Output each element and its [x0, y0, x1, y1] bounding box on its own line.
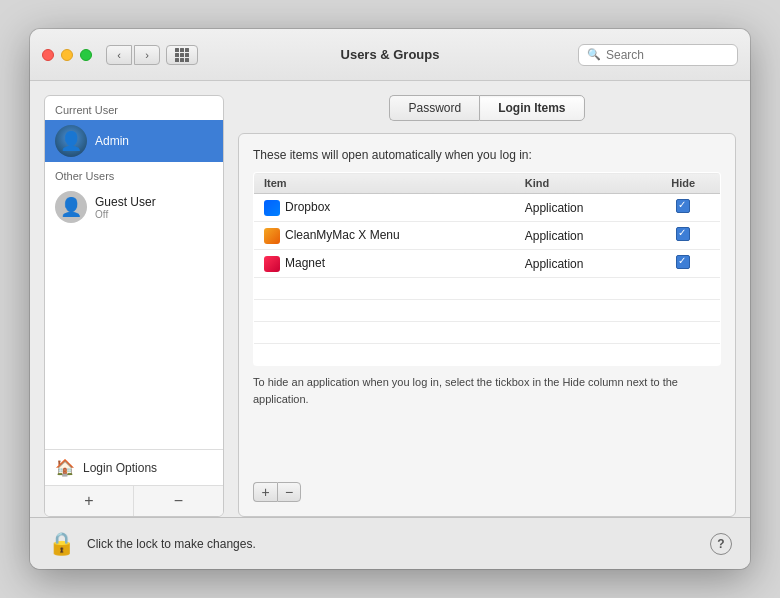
sidebar: Current User Admin Other Users Guest Use… — [44, 95, 224, 517]
tab-row: Password Login Items — [238, 95, 736, 121]
current-user-label: Current User — [45, 96, 223, 120]
add-user-button[interactable]: + — [45, 486, 134, 516]
maximize-button[interactable] — [80, 49, 92, 61]
table-row[interactable]: Dropbox Application — [254, 194, 721, 222]
add-item-button[interactable]: + — [253, 482, 277, 502]
col-kind-header: Kind — [515, 173, 647, 194]
title-bar: ‹ › Users & Groups 🔍 — [30, 29, 750, 81]
login-items-table: Item Kind Hide Dropbox Application — [253, 172, 721, 366]
item-kind-dropbox: Application — [515, 194, 647, 222]
empty-row-2 — [254, 300, 721, 322]
hide-checkbox-dropbox[interactable] — [676, 199, 690, 213]
tab-password[interactable]: Password — [389, 95, 479, 121]
panel-box: These items will open automatically when… — [238, 133, 736, 517]
nav-buttons: ‹ › — [106, 45, 160, 65]
item-name-cleanmymac: CleanMyMac X Menu — [254, 222, 515, 250]
guest-avatar — [55, 191, 87, 223]
login-options-button[interactable]: 🏠 Login Options — [45, 449, 223, 485]
main-content: Current User Admin Other Users Guest Use… — [30, 81, 750, 517]
col-hide-header: Hide — [646, 173, 720, 194]
other-users-label: Other Users — [45, 162, 223, 186]
add-remove-row: + − — [253, 482, 721, 502]
admin-user-name: Admin — [95, 134, 129, 148]
bottom-bar: 🔒 Click the lock to make changes. ? — [30, 517, 750, 569]
minimize-button[interactable] — [61, 49, 73, 61]
empty-row-1 — [254, 278, 721, 300]
item-hide-magnet[interactable] — [646, 250, 720, 278]
footer-note: To hide an application when you log in, … — [253, 374, 721, 407]
col-item-header: Item — [254, 173, 515, 194]
magnet-icon — [264, 256, 280, 272]
forward-button[interactable]: › — [134, 45, 160, 65]
hide-checkbox-magnet[interactable] — [676, 255, 690, 269]
admin-user-item[interactable]: Admin — [45, 120, 223, 162]
grid-view-button[interactable] — [166, 45, 198, 65]
cleanmymac-icon — [264, 228, 280, 244]
lock-text: Click the lock to make changes. — [87, 537, 698, 551]
empty-row-4 — [254, 344, 721, 366]
remove-user-button[interactable]: − — [134, 486, 223, 516]
right-panel: Password Login Items These items will op… — [238, 95, 736, 517]
sidebar-bottom-bar: + − — [45, 485, 223, 516]
window-title: Users & Groups — [341, 47, 440, 62]
admin-avatar — [55, 125, 87, 157]
traffic-lights — [42, 49, 92, 61]
lock-icon[interactable]: 🔒 — [48, 531, 75, 557]
empty-row-3 — [254, 322, 721, 344]
item-name-magnet: Magnet — [254, 250, 515, 278]
item-kind-magnet: Application — [515, 250, 647, 278]
table-row[interactable]: CleanMyMac X Menu Application — [254, 222, 721, 250]
search-input[interactable] — [606, 48, 729, 62]
item-name-dropbox: Dropbox — [254, 194, 515, 222]
guest-user-name: Guest User — [95, 195, 156, 209]
guest-user-info: Guest User Off — [95, 195, 156, 220]
grid-icon — [175, 48, 189, 62]
item-kind-cleanmymac: Application — [515, 222, 647, 250]
dropbox-icon — [264, 200, 280, 216]
guest-user-status: Off — [95, 209, 156, 220]
help-button[interactable]: ? — [710, 533, 732, 555]
search-bar[interactable]: 🔍 — [578, 44, 738, 66]
house-icon: 🏠 — [55, 458, 75, 477]
remove-item-button[interactable]: − — [277, 482, 301, 502]
guest-user-item[interactable]: Guest User Off — [45, 186, 223, 228]
hide-checkbox-cleanmymac[interactable] — [676, 227, 690, 241]
table-row[interactable]: Magnet Application — [254, 250, 721, 278]
item-hide-cleanmymac[interactable] — [646, 222, 720, 250]
login-options-label: Login Options — [83, 461, 157, 475]
tab-login-items[interactable]: Login Items — [479, 95, 584, 121]
item-hide-dropbox[interactable] — [646, 194, 720, 222]
admin-user-info: Admin — [95, 134, 129, 148]
back-button[interactable]: ‹ — [106, 45, 132, 65]
close-button[interactable] — [42, 49, 54, 61]
search-icon: 🔍 — [587, 48, 601, 61]
panel-description: These items will open automatically when… — [253, 148, 721, 162]
